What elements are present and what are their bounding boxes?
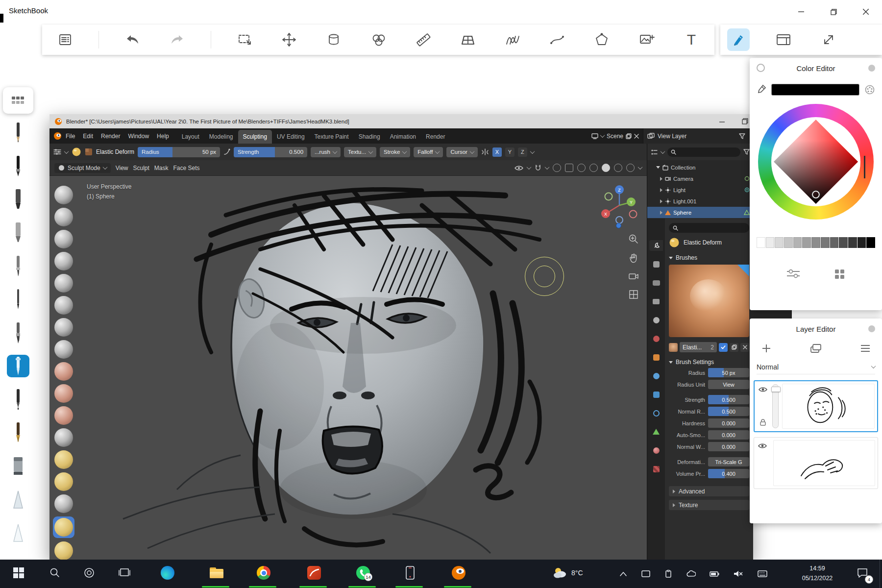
palette-icon[interactable] <box>864 84 875 95</box>
start-button[interactable] <box>7 561 30 585</box>
layer-opacity-slider[interactable] <box>772 384 779 428</box>
mesh-modifier-icon[interactable] <box>744 210 750 215</box>
grayscale-swatch[interactable] <box>811 237 820 248</box>
texture-section[interactable]: Texture <box>669 500 749 510</box>
menu-help[interactable]: Help <box>153 131 173 141</box>
brush-tool-active[interactable] <box>727 28 750 51</box>
shading-rendered-toggle[interactable] <box>626 164 635 172</box>
grayscale-swatch[interactable] <box>866 237 875 248</box>
xray-toggle[interactable] <box>577 164 586 172</box>
proportional-edit-toggle[interactable] <box>553 164 561 172</box>
outliner-filter-icon[interactable] <box>743 149 750 155</box>
ruler-tool[interactable] <box>412 28 435 51</box>
layer-thumbnail-face[interactable] <box>782 384 875 429</box>
delete-brush-button[interactable] <box>740 343 749 352</box>
minimize-button[interactable] <box>785 0 817 24</box>
taskbar-search-button[interactable] <box>43 561 67 585</box>
sculpt-brush-preview[interactable] <box>54 362 73 381</box>
menu-window[interactable]: Window <box>124 131 153 141</box>
brush-technical-pen[interactable] <box>7 388 29 411</box>
brush-marker[interactable] <box>7 221 29 244</box>
tab-sculpting[interactable]: Sculpting <box>238 130 272 144</box>
tab-object-data[interactable] <box>649 426 663 437</box>
layer-visibility-eye-icon[interactable] <box>758 442 767 449</box>
tray-onedrive-icon[interactable] <box>685 568 697 580</box>
blender-restore-icon[interactable] <box>742 118 748 124</box>
brush-ink-pen[interactable] <box>7 155 29 177</box>
taskbar-app-chrome[interactable] <box>252 561 275 585</box>
layer-thumbnail-hands[interactable] <box>773 440 875 486</box>
tab-modeling[interactable]: Modeling <box>204 130 238 144</box>
normal-weight-slider[interactable]: 0.000 <box>708 442 749 451</box>
brush-slot-name-field[interactable]: Elasti... 2 <box>680 342 717 352</box>
layer-menu-button[interactable] <box>860 344 870 352</box>
tab-particles[interactable] <box>649 389 663 400</box>
stroke-styles-tool[interactable] <box>501 28 524 51</box>
active-brush-row[interactable]: Elastic Deform <box>669 237 749 248</box>
strength-slider[interactable]: 0.500 <box>708 395 749 404</box>
tab-layout[interactable]: Layout <box>177 130 204 144</box>
chevron-down-icon[interactable] <box>530 149 535 154</box>
tab-render[interactable]: Render <box>421 130 447 144</box>
zoom-icon[interactable] <box>628 234 639 245</box>
saturation-diamond[interactable] <box>771 117 860 206</box>
mirror-z-toggle[interactable]: Z <box>518 147 527 157</box>
current-color-swatch[interactable] <box>771 84 859 96</box>
sculpt-brush-preview[interactable] <box>54 252 73 270</box>
interface-toggle[interactable] <box>772 28 795 51</box>
import-image-tool[interactable] <box>636 28 658 51</box>
outliner-row-collection[interactable]: Collection <box>647 162 753 173</box>
blender-app-icon[interactable] <box>53 132 62 140</box>
deformation-dropdown[interactable]: Tri-Scale G <box>708 457 749 466</box>
tray-tablet-icon[interactable] <box>640 568 652 580</box>
shading-wireframe-toggle[interactable] <box>589 164 598 172</box>
taskbar-weather[interactable]: 8°C <box>553 560 583 586</box>
strength-slider[interactable]: Strength0.500 <box>234 147 307 157</box>
pan-hand-icon[interactable] <box>628 253 639 264</box>
brush-cone[interactable] <box>7 488 29 511</box>
sculpt-brush-preview[interactable] <box>54 208 73 226</box>
text-tool[interactable]: T <box>680 28 703 51</box>
grayscale-swatch[interactable] <box>821 237 830 248</box>
grid-view-icon[interactable] <box>628 289 639 300</box>
color-wheel[interactable] <box>758 104 874 220</box>
task-view-button[interactable] <box>113 561 136 585</box>
sculpt-brush-selected[interactable] <box>53 516 74 538</box>
tab-output[interactable] <box>649 277 663 288</box>
blender-minimize-icon[interactable] <box>719 119 725 124</box>
sculpt-brush-preview[interactable] <box>54 230 73 248</box>
radius-unit-dropdown[interactable]: View <box>708 380 749 389</box>
taskbar-app-whatsapp[interactable]: 14 <box>351 561 375 585</box>
tab-tool[interactable] <box>649 240 663 251</box>
menu-render[interactable]: Render <box>97 131 124 141</box>
grayscale-swatch[interactable] <box>858 237 866 248</box>
chevron-down-icon[interactable] <box>527 165 532 170</box>
outliner-search-input[interactable] <box>667 147 740 157</box>
sculpt-brush-preview[interactable] <box>54 296 73 315</box>
brush-chisel-marker[interactable] <box>7 188 29 211</box>
grayscale-swatch[interactable] <box>784 237 793 248</box>
layers-icon[interactable] <box>810 343 822 353</box>
camera-view-icon[interactable] <box>628 272 639 281</box>
chevron-down-icon[interactable] <box>64 149 69 154</box>
dock-toolbar-handle[interactable] <box>3 87 33 114</box>
sculpt-brush-preview[interactable] <box>54 384 73 403</box>
blender-3d-viewport[interactable]: User Perspective (1) Sphere <box>49 176 647 560</box>
undo-button[interactable] <box>121 28 144 51</box>
distort-tool[interactable] <box>322 28 345 51</box>
layer-visibility-eye-icon[interactable] <box>758 386 768 393</box>
outliner-row-camera[interactable]: Camera <box>647 173 753 184</box>
blend-mode-dropdown[interactable]: Normal <box>757 360 875 374</box>
sculpt-brush-preview[interactable] <box>54 274 73 293</box>
render-visibility-icon[interactable] <box>744 176 750 181</box>
menu-file[interactable]: File <box>62 131 79 141</box>
fake-user-toggle[interactable] <box>719 343 728 352</box>
brush-preview-image[interactable] <box>669 265 749 337</box>
maximize-button[interactable] <box>817 0 850 24</box>
sculpt-brush-preview[interactable] <box>54 472 73 491</box>
taskbar-app-edge[interactable] <box>156 561 179 585</box>
tab-modifiers[interactable] <box>649 370 663 381</box>
show-desktop-button[interactable] <box>880 560 882 588</box>
overlays-toggle[interactable] <box>565 164 573 172</box>
unlink-scene-icon[interactable] <box>634 134 639 139</box>
